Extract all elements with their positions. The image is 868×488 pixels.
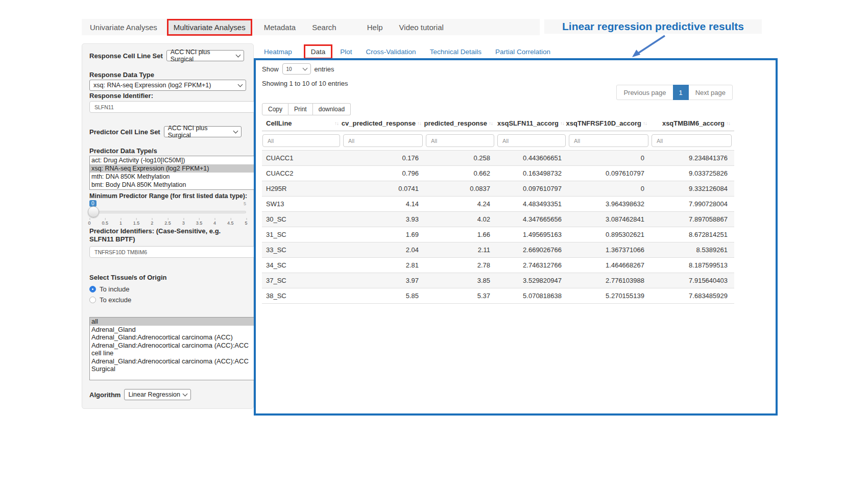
column-filter-input[interactable] (262, 134, 340, 147)
sort-icon[interactable]: ↑↓ (417, 120, 421, 126)
next-page-button[interactable]: Next page (688, 85, 733, 100)
listbox-option[interactable]: Adrenal_Gland:Adrenocortical carcinoma (… (90, 357, 260, 373)
cell-value: 2.78 (425, 258, 497, 273)
predictor-identifiers-input[interactable] (89, 246, 260, 258)
annotation-title: Linear regression predictive results (544, 19, 762, 34)
copy-button[interactable]: Copy (262, 103, 288, 115)
column-header-label: xsqSLFN11_accorg (497, 119, 559, 127)
listbox-option[interactable]: Adrenal_Gland (90, 326, 260, 334)
listbox-option[interactable]: xsq: RNA-seq Expression (log2 FPKM+1) (90, 164, 260, 173)
cell-value: 7.897058867 (651, 212, 734, 227)
tab-plot[interactable]: Plot (340, 48, 352, 56)
listbox-option[interactable]: act: Drug Activity (-log10[IC50M]) (90, 156, 260, 164)
listbox-option[interactable]: bmt: Body DNA 850K Methylation (90, 181, 260, 189)
tab-technical-details[interactable]: Technical Details (430, 48, 481, 56)
table-row[interactable]: 31_SC1.691.661.4956951630.8953026218.672… (262, 227, 734, 242)
column-header-predicted_response[interactable]: predicted_response↑↓ (425, 117, 497, 131)
table-row[interactable]: 30_SC3.934.024.3476656563.0874628417.897… (262, 212, 734, 227)
cell-value: 7.915640403 (651, 273, 734, 288)
listbox-option[interactable]: mth: DNA 850K Methylation (90, 173, 260, 181)
cell-line-name: 30_SC (262, 212, 343, 227)
cell-value: 4.483493351 (497, 197, 568, 212)
column-filter-input[interactable] (343, 134, 423, 147)
nav-metadata[interactable]: Metadata (259, 20, 301, 34)
response-data-type-select[interactable]: xsq: RNA-seq Expression (log2 FPKM+1) (89, 80, 246, 91)
sort-icon[interactable]: ↑↓ (489, 120, 493, 126)
tab-data[interactable]: Data (305, 46, 331, 58)
slider-track[interactable] (89, 211, 246, 213)
slider-tick-label: 2 (151, 221, 153, 226)
listbox-option[interactable]: Adrenal_Gland:Adrenocortical carcinoma (… (90, 341, 260, 357)
cell-line-name: 33_SC (262, 242, 343, 258)
radio-icon[interactable] (89, 286, 96, 292)
cell-value: 3.97 (343, 273, 425, 288)
slider-tick-label: 5 (245, 221, 247, 226)
tab-partial-correlation[interactable]: Partial Correlation (495, 48, 550, 56)
column-filter-input[interactable] (426, 134, 494, 147)
cell-value: 1.69 (343, 227, 425, 242)
column-header-CellLine[interactable]: CellLine↑↓ (262, 117, 343, 131)
sort-icon[interactable]: ↑↓ (643, 120, 647, 126)
table-row[interactable]: SW134.144.244.4834933513.9643986327.9907… (262, 197, 734, 212)
cell-value: 8.187599513 (651, 258, 734, 273)
sort-icon[interactable]: ↑↓ (726, 120, 730, 126)
page-length-select[interactable]: 10 (282, 63, 311, 75)
table-filter-row (262, 131, 734, 151)
table-row[interactable]: CUACC10.1760.2580.44360665109.234841376 (262, 151, 734, 166)
tissue-listbox[interactable]: allAdrenal_GlandAdrenal_Gland:Adrenocort… (89, 317, 260, 380)
algorithm-select[interactable]: Linear Regression (124, 389, 190, 400)
table-row[interactable]: CUACC20.7960.6620.1634987320.0976107979.… (262, 166, 734, 181)
show-label: Show (262, 65, 279, 73)
listbox-option[interactable]: all (90, 318, 260, 326)
predictor-datatype-listbox[interactable]: act: Drug Activity (-log10[IC50M])xsq: R… (89, 156, 260, 190)
table-row[interactable]: 34_SC2.812.782.7463127661.4646682678.187… (262, 258, 734, 273)
nav-search[interactable]: Search (307, 20, 342, 34)
column-filter-input[interactable] (652, 134, 732, 147)
nav-univariate-analyses[interactable]: Univariate Analyses (85, 20, 162, 34)
slider-handle[interactable] (88, 206, 99, 217)
column-filter-input[interactable] (497, 134, 566, 147)
cell-value: 9.033725826 (651, 166, 734, 181)
radio-icon[interactable] (89, 297, 96, 303)
table-row[interactable]: 37_SC3.973.853.5298209472.7761039887.915… (262, 273, 734, 288)
column-header-xsqTNFRSF10D_accorg[interactable]: xsqTNFRSF10D_accorg↑↓ (568, 117, 651, 131)
nav-video-tutorial[interactable]: Video tutorial (394, 20, 449, 34)
predictor-cell-line-set-value: ACC NCI plus Surgical (168, 125, 231, 139)
radio-to-exclude[interactable]: To exclude (89, 295, 246, 305)
column-header-xsqTMBIM6_accorg[interactable]: xsqTMBIM6_accorg↑↓ (651, 117, 734, 131)
sort-icon[interactable]: ↑↓ (334, 120, 339, 126)
radio-to-include[interactable]: To include (89, 284, 246, 295)
response-cell-line-set-select[interactable]: ACC NCI plus Surgical (166, 50, 244, 61)
predictor-cell-line-set-select[interactable]: ACC NCI plus Surgical (164, 126, 242, 137)
response-identifier-input[interactable] (89, 101, 260, 113)
column-header-cv_predicted_response[interactable]: cv_predicted_response↑↓ (343, 117, 425, 131)
tab-cross-validation[interactable]: Cross-Validation (366, 48, 416, 56)
nav-multivariate-analyses[interactable]: Multivariate Analyses (168, 20, 251, 34)
cell-value: 0.176 (343, 151, 425, 166)
nav-help[interactable]: Help (362, 20, 388, 34)
print-button[interactable]: Print (288, 103, 313, 115)
column-header-label: xsqTNFRSF10D_accorg (566, 119, 641, 127)
response-data-type-label: Response Data Type (89, 71, 246, 79)
table-header-row: CellLine↑↓cv_predicted_response↑↓predict… (262, 117, 734, 131)
download-button[interactable]: download (313, 103, 351, 115)
listbox-option[interactable]: Adrenal_Gland:Adrenocortical carcinoma (… (90, 333, 260, 341)
column-header-label: xsqTMBIM6_accorg (662, 119, 725, 127)
cell-value: 7.683485929 (651, 288, 734, 304)
table-row[interactable]: 38_SC5.855.375.0708186385.2701551397.683… (262, 288, 734, 304)
table-row[interactable]: H295R0.07410.08370.09761079709.332126084 (262, 181, 734, 197)
column-header-xsqSLFN11_accorg[interactable]: xsqSLFN11_accorg↑↓ (497, 117, 568, 131)
cell-value: 3.087462841 (568, 212, 651, 227)
tab-heatmap[interactable]: Heatmap (264, 48, 292, 56)
previous-page-button[interactable]: Previous page (616, 85, 673, 100)
current-page-button[interactable]: 1 (673, 85, 689, 100)
column-filter-input[interactable] (569, 134, 648, 147)
table-row[interactable]: 33_SC2.042.112.6690267661.3673710668.538… (262, 242, 734, 258)
cell-value: 0 (568, 151, 651, 166)
table-toolbar: Copy Print download (262, 103, 351, 115)
algorithm-row: Algorithm Linear Regression (89, 389, 246, 400)
sort-icon[interactable]: ↑↓ (560, 120, 564, 126)
cell-value: 5.37 (425, 288, 497, 304)
algorithm-label: Algorithm (89, 391, 120, 399)
cell-value: 2.11 (425, 242, 497, 258)
